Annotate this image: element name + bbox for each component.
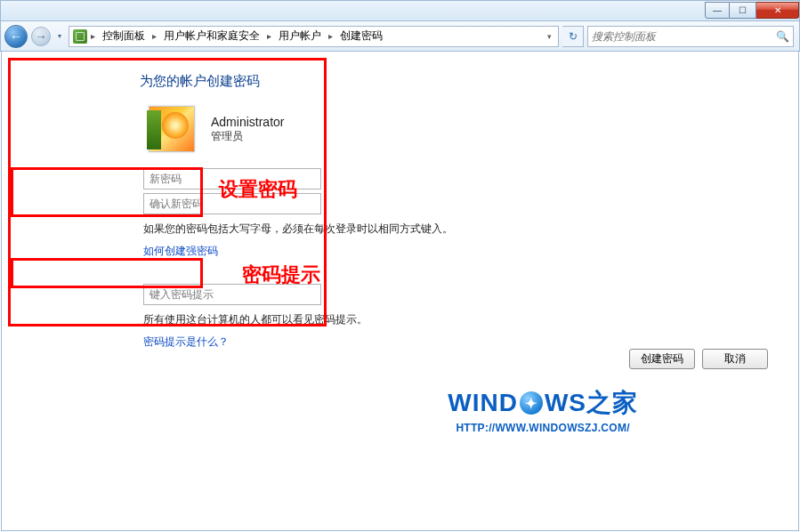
- nav-forward-button[interactable]: →: [31, 27, 51, 46]
- account-role: 管理员: [211, 129, 284, 144]
- main-content: 设置密码 密码提示 为您的帐户创建密码 Administrator 管理员 新密…: [11, 60, 789, 350]
- what-is-hint-link[interactable]: 密码提示是什么？: [143, 335, 789, 350]
- window-titlebar: — ☐ ✕: [0, 0, 800, 21]
- navigation-bar: ← → ▾ ▸ 控制面板 ▸ 用户帐户和家庭安全 ▸ 用户帐户 ▸ 创建密码 ▾…: [0, 21, 800, 52]
- globe-icon: ✦: [520, 391, 543, 415]
- cancel-button[interactable]: 取消: [702, 349, 768, 369]
- search-icon: 🔍: [776, 30, 789, 43]
- watermark-url: HTTP://WWW.WINDOWSZJ.COM/: [448, 422, 638, 434]
- hint-visibility-note: 所有使用这台计算机的人都可以看见密码提示。: [143, 312, 789, 327]
- breadcrumb-create-password[interactable]: 创建密码: [336, 27, 386, 45]
- address-bar[interactable]: ▸ 控制面板 ▸ 用户帐户和家庭安全 ▸ 用户帐户 ▸ 创建密码 ▾: [69, 26, 559, 47]
- control-panel-icon: [73, 29, 87, 44]
- breadcrumb-user-accounts[interactable]: 用户帐户: [275, 27, 325, 45]
- refresh-button[interactable]: ↻: [562, 26, 584, 47]
- breadcrumb-sep-icon: ▸: [327, 31, 335, 41]
- annotation-set-password-label: 设置密码: [219, 176, 297, 203]
- window-buttons: — ☐ ✕: [705, 2, 799, 19]
- addressbar-dropdown[interactable]: ▾: [542, 32, 556, 41]
- minimize-button[interactable]: —: [705, 2, 730, 19]
- account-avatar: [149, 106, 195, 152]
- search-input[interactable]: [592, 30, 772, 43]
- breadcrumb-sep-icon: ▸: [150, 31, 158, 41]
- watermark: WIND ✦ WS之家 HTTP://WWW.WINDOWSZJ.COM/: [448, 386, 638, 434]
- watermark-text-left: WIND: [448, 389, 518, 417]
- account-info-row: Administrator 管理员: [149, 106, 789, 152]
- breadcrumb-user-accounts-family[interactable]: 用户帐户和家庭安全: [160, 27, 263, 45]
- breadcrumb-sep-icon: ▸: [265, 31, 273, 41]
- create-password-button[interactable]: 创建密码: [629, 349, 695, 369]
- nav-history-dropdown[interactable]: ▾: [54, 28, 65, 45]
- watermark-text-right: WS之家: [545, 386, 638, 420]
- search-box[interactable]: 🔍: [587, 26, 794, 47]
- strong-password-link[interactable]: 如何创建强密码: [143, 244, 789, 259]
- breadcrumb-sep-icon: ▸: [89, 31, 97, 41]
- caps-note: 如果您的密码包括大写字母，必须在每次登录时以相同方式键入。: [143, 222, 789, 237]
- breadcrumb-control-panel[interactable]: 控制面板: [99, 27, 149, 45]
- maximize-button[interactable]: ☐: [730, 2, 756, 19]
- watermark-logo: WIND ✦ WS之家: [448, 386, 638, 420]
- account-name: Administrator: [211, 115, 284, 129]
- nav-back-button[interactable]: ←: [4, 25, 28, 48]
- annotation-password-hint-label: 密码提示: [242, 262, 320, 288]
- content-area: 设置密码 密码提示 为您的帐户创建密码 Administrator 管理员 新密…: [1, 52, 799, 531]
- action-buttons: 创建密码 取消: [629, 349, 768, 369]
- page-title: 为您的帐户创建密码: [140, 73, 789, 90]
- close-button[interactable]: ✕: [756, 2, 799, 19]
